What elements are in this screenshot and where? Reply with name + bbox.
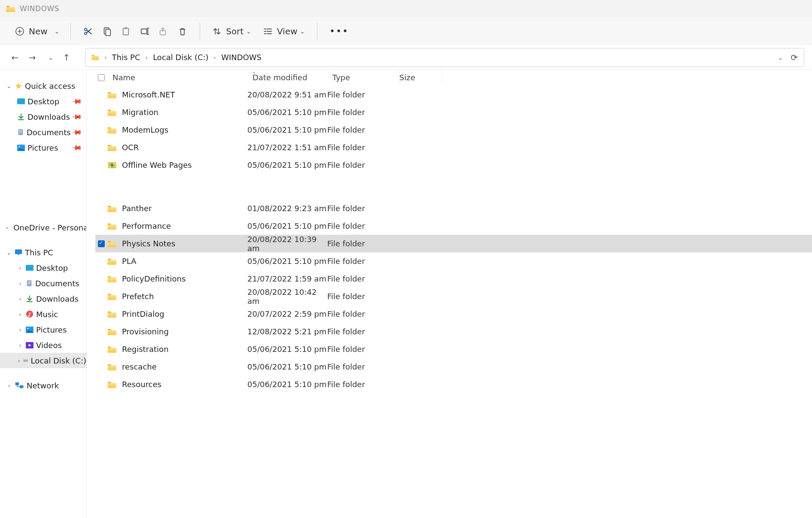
sidebar-item-downloads[interactable]: Downloads 📌 [0,109,86,124]
rename-button[interactable] [135,22,154,41]
back-button[interactable]: ← [8,50,22,65]
file-row[interactable]: Prefetch20/08/2022 10:42 amFile folder [95,288,812,305]
file-row[interactable]: Registration05/06/2021 5:10 pmFile folde… [95,340,812,358]
new-button[interactable]: New ⌄ [11,22,63,41]
breadcrumb-item[interactable]: Local Disk (C:) [153,53,208,62]
chevron-down-icon[interactable]: ⌄ [6,83,12,89]
column-header-name[interactable]: Name ⌃ [113,70,252,85]
file-row[interactable]: Provisioning12/08/2022 5:21 pmFile folde… [95,323,812,340]
sidebar-item-music[interactable]: › Music [0,306,86,322]
file-name: Registration [122,345,169,354]
file-name: ModemLogs [122,125,168,134]
file-date: 05/06/2021 5:10 pm [247,125,327,134]
row-checkbox[interactable] [98,240,105,247]
sidebar-item-label: Desktop [36,264,68,273]
file-row[interactable]: Resources05/06/2021 5:10 pmFile folder [95,376,812,393]
sidebar-item-local-disk[interactable]: › Local Disk (C:) [0,353,86,368]
breadcrumb-item[interactable]: WINDOWS [221,53,262,62]
column-label: Type [332,73,350,82]
file-name: Microsoft.NET [122,90,175,99]
file-date: 20/08/2022 10:42 am [247,288,327,306]
file-type: File folder [327,221,394,230]
folder-icon [91,54,99,61]
sidebar-item-documents[interactable]: Documents 📌 [0,124,86,140]
file-row[interactable]: PrintDialog20/07/2022 2:59 pmFile folder [95,305,812,323]
chevron-down-icon[interactable]: ⌄ [6,249,12,256]
sidebar-item-pictures[interactable]: Pictures 📌 [0,140,86,155]
sidebar-item-pictures[interactable]: › Pictures [0,322,86,337]
folder-icon [107,91,117,99]
file-row[interactable]: Microsoft.NET20/08/2022 9:51 amFile fold… [95,86,812,103]
chevron-right-icon[interactable]: › [17,357,21,364]
chevron-right-icon[interactable]: › [17,265,23,271]
sidebar-item-documents[interactable]: › Documents [0,276,86,291]
file-list[interactable]: Microsoft.NET20/08/2022 9:51 amFile fold… [87,86,812,393]
file-date: 05/06/2021 5:10 pm [247,362,327,371]
file-type: File folder [327,143,394,152]
sidebar-item-network[interactable]: › Network [0,378,86,393]
chevron-right-icon[interactable]: › [6,224,8,231]
file-row[interactable]: OCR21/07/2022 1:51 amFile folder [95,139,812,156]
paste-button[interactable] [116,22,135,41]
toolbar: New ⌄ Sort ⌄ View ⌄ ••• [0,17,812,45]
sidebar-item-label: Network [27,381,59,390]
view-button[interactable]: View ⌄ [259,22,309,41]
more-button[interactable]: ••• [325,22,353,41]
address-history-icon[interactable]: ⌄ [778,54,783,61]
share-button[interactable] [154,22,173,41]
file-date: 20/08/2022 9:51 am [247,90,327,99]
file-row[interactable]: rescache05/06/2021 5:10 pmFile folder [95,358,812,376]
file-date: 21/07/2022 1:51 am [247,143,327,152]
sort-button[interactable]: Sort ⌄ [208,22,255,41]
sidebar-item-videos[interactable]: › Videos [0,337,86,353]
chevron-right-icon[interactable]: › [17,327,23,333]
cut-button[interactable] [79,22,97,41]
sidebar-item-this-pc[interactable]: ⌄ This PC [0,245,86,260]
sidebar-item-desktop[interactable]: Desktop 📌 [0,94,86,109]
sidebar-item-onedrive[interactable]: › OneDrive - Personal [0,220,86,235]
column-header-date[interactable]: Date modified [252,70,332,85]
new-label: New [29,26,48,36]
file-type: File folder [327,292,394,301]
breadcrumb-item[interactable]: This PC [112,53,140,62]
divider [70,23,71,40]
chevron-right-icon[interactable]: › [6,382,12,389]
file-row[interactable]: PLA05/06/2021 5:10 pmFile folder [95,252,812,270]
copy-button[interactable] [97,22,116,41]
chevron-right-icon[interactable]: › [17,296,23,302]
column-header-size[interactable]: Size [399,70,442,85]
chevron-right-icon: › [214,54,216,61]
sidebar-item-desktop[interactable]: › Desktop [0,260,86,276]
column-header-type[interactable]: Type [332,70,399,85]
sidebar-item-downloads[interactable]: › Downloads [0,291,86,306]
column-label: Size [399,73,415,82]
chevron-right-icon[interactable]: › [17,280,23,287]
file-name: Provisioning [122,327,169,336]
file-name: Migration [122,108,158,117]
chevron-right-icon[interactable]: › [17,311,23,318]
file-row[interactable]: Migration05/06/2021 5:10 pmFile folder [95,103,812,121]
sort-asc-icon: ⌃ [252,71,256,77]
file-type: File folder [327,161,394,170]
file-row[interactable]: Panther01/08/2022 9:23 amFile folder [95,200,812,217]
chevron-down-icon: ⌄ [246,28,251,35]
history-dropdown[interactable]: ⌄ [42,50,57,65]
file-row[interactable]: ModemLogs05/06/2021 5:10 pmFile folder [95,121,812,139]
file-type: File folder [327,327,394,336]
file-row[interactable]: Offline Web Pages05/06/2021 5:10 pmFile … [95,156,812,174]
up-button[interactable]: ↑ [59,50,74,65]
pin-icon: 📌 [71,126,83,138]
forward-button[interactable]: → [25,50,40,65]
delete-button[interactable] [173,22,192,41]
refresh-button[interactable]: ⟳ [791,52,798,63]
file-type: File folder [327,204,394,213]
folder-icon [107,363,117,371]
select-all-checkbox[interactable] [98,74,105,81]
view-icon [263,27,273,36]
address-bar[interactable]: › This PC › Local Disk (C:) › WINDOWS ⌄ … [85,48,804,67]
file-row[interactable]: Physics Notes20/08/2022 10:39 amFile fol… [95,235,812,252]
chevron-right-icon[interactable]: › [17,342,23,348]
sidebar-item-quick-access[interactable]: ⌄ Quick access [0,78,86,94]
file-row[interactable]: PolicyDefinitions21/07/2022 1:59 amFile … [95,270,812,288]
file-row[interactable]: Performance05/06/2021 5:10 pmFile folder [95,217,812,235]
